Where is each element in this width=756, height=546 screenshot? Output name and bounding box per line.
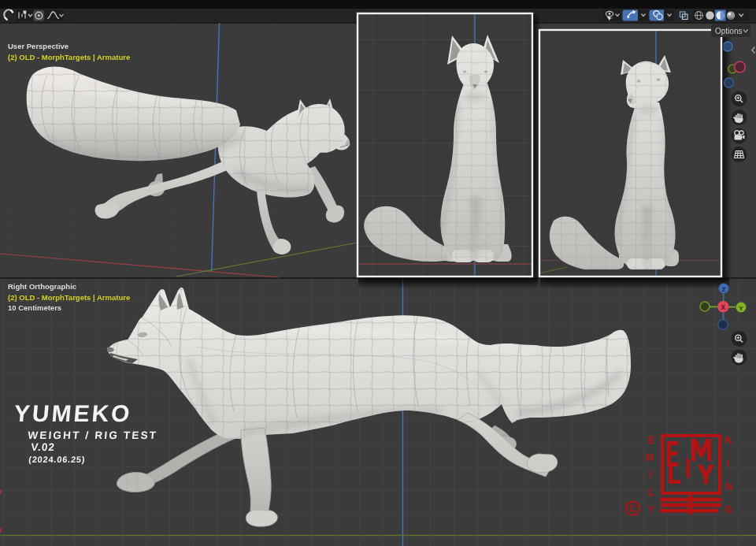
svg-text:L: L [648,487,654,498]
svg-text:Y: Y [739,305,743,312]
svg-text:I: I [649,469,651,480]
svg-text:10 Centimeters: 10 Centimeters [8,303,61,312]
svg-text:N: N [725,481,732,492]
svg-text:M: M [646,452,654,463]
svg-text:Y: Y [648,504,655,515]
svg-text:V.02: V.02 [31,441,56,453]
svg-text:I: I [727,458,729,469]
svg-text:Options: Options [715,27,742,35]
svg-text:(2) OLD - MorphTargets | Armat: (2) OLD - MorphTargets | Armature [8,53,130,61]
svg-text:E: E [648,435,654,446]
svg-text:C: C [629,503,636,514]
svg-text:(2024.06.25): (2024.06.25) [28,455,86,464]
svg-text:K: K [724,435,732,446]
svg-text:(2) OLD - MorphTargets | Armat: (2) OLD - MorphTargets | Armature [8,293,130,302]
svg-text:YUMEKO: YUMEKO [13,400,133,426]
svg-text:Z: Z [722,286,726,293]
svg-text:X: X [721,303,725,311]
svg-text:G: G [724,504,732,515]
svg-text:Right Orthographic: Right Orthographic [8,282,76,291]
svg-text:WEIGHT / RIG TEST: WEIGHT / RIG TEST [28,429,158,441]
svg-text:User Perspective: User Perspective [8,42,69,50]
